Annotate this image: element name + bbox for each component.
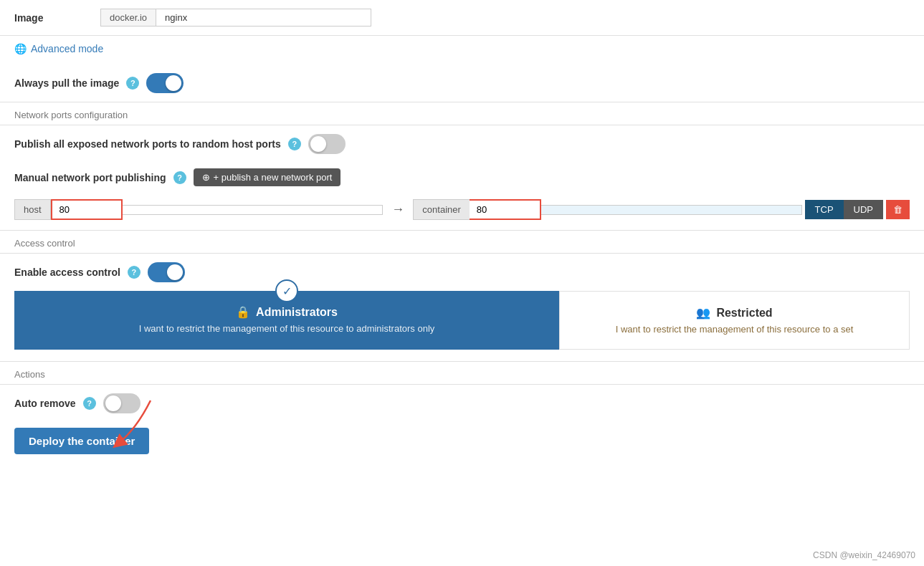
admin-title-text: Administrators: [256, 306, 338, 319]
manual-port-row: Manual network port publishing ? ⊕ + pub…: [0, 163, 924, 192]
auto-remove-help[interactable]: ?: [83, 397, 96, 410]
always-pull-row: Always pull the image ?: [0, 64, 924, 102]
restricted-users-icon: 👥: [696, 306, 710, 320]
admin-card-title: 🔒 Administrators: [236, 305, 338, 319]
delete-port-btn[interactable]: 🗑: [886, 200, 910, 219]
container-label: container: [413, 199, 469, 220]
always-pull-track: [146, 73, 184, 93]
image-name-input[interactable]: [156, 9, 371, 27]
deploy-container-btn[interactable]: Deploy the container: [14, 428, 149, 454]
admin-card-desc: I want to restrict the management of thi…: [139, 323, 435, 334]
restricted-card[interactable]: 👥 Restricted I want to restrict the mana…: [559, 291, 910, 350]
always-pull-help[interactable]: ?: [126, 77, 139, 90]
port-input-row: host → container TCP UDP 🗑: [0, 192, 924, 227]
admin-shield-icon: 🔒: [236, 305, 250, 319]
udp-btn[interactable]: UDP: [844, 200, 883, 219]
network-ports-header: Network ports configuration: [0, 102, 924, 125]
enable-access-label: Enable access control: [14, 267, 120, 278]
admin-check-circle: ✓: [275, 279, 298, 302]
network-ports-section: Network ports configuration Publish all …: [0, 102, 924, 227]
always-pull-toggle[interactable]: [146, 73, 184, 93]
manual-port-help[interactable]: ?: [173, 171, 186, 184]
publish-btn-label: + publish a new network port: [214, 172, 333, 183]
publish-all-toggle[interactable]: [308, 134, 346, 154]
advanced-mode-label: Advanced mode: [31, 43, 103, 54]
publish-new-port-btn[interactable]: ⊕ + publish a new network port: [194, 168, 341, 186]
publish-all-row: Publish all exposed network ports to ran…: [0, 125, 924, 163]
access-control-section: Access control Enable access control ? ✓…: [0, 230, 924, 361]
enable-access-thumb: [167, 264, 183, 280]
actions-section: Actions Auto remove ? Deploy the c: [0, 361, 924, 466]
plus-icon: ⊕: [202, 172, 210, 183]
advanced-mode-row: 🌐 Advanced mode: [0, 36, 924, 64]
auto-remove-label: Auto remove: [14, 398, 76, 409]
auto-remove-track: [103, 393, 140, 413]
always-pull-thumb: [166, 75, 181, 91]
restricted-card-title: 👥 Restricted: [696, 306, 772, 320]
publish-all-label: Publish all exposed network ports to ran…: [14, 138, 281, 150]
auto-remove-row: Auto remove ?: [0, 385, 924, 422]
enable-access-control-row: Enable access control ?: [0, 254, 924, 291]
advanced-mode-link[interactable]: 🌐 Advanced mode: [14, 43, 910, 54]
actions-header: Actions: [0, 362, 924, 385]
restricted-title-text: Restricted: [716, 307, 772, 320]
auto-remove-toggle[interactable]: [103, 393, 140, 413]
publish-all-track: [308, 134, 346, 154]
arrow-separator: →: [383, 202, 413, 217]
host-label: host: [14, 199, 51, 220]
always-pull-label: Always pull the image: [14, 77, 119, 89]
host-port-spacer: [123, 205, 384, 215]
watermark: CSDN @weixin_42469070: [813, 550, 915, 560]
globe-icon: 🌐: [14, 43, 27, 54]
deploy-container: Deploy the container: [0, 422, 924, 466]
manual-port-label: Manual network port publishing: [14, 172, 166, 183]
image-row: Image docker.io: [0, 0, 924, 36]
image-label: Image: [14, 12, 100, 24]
host-port-input[interactable]: [51, 199, 123, 220]
enable-access-track: [148, 262, 185, 282]
admin-card[interactable]: ✓ 🔒 Administrators I want to restrict th…: [14, 291, 559, 350]
tcp-btn[interactable]: TCP: [805, 200, 844, 219]
publish-all-help[interactable]: ?: [288, 138, 301, 150]
container-port-spacer: [541, 205, 802, 215]
page-wrapper: Image docker.io 🌐 Advanced mode Always p…: [0, 0, 924, 466]
registry-badge: docker.io: [100, 9, 156, 27]
container-port-input[interactable]: [470, 199, 541, 220]
auto-remove-thumb: [105, 395, 121, 411]
access-cards-row: ✓ 🔒 Administrators I want to restrict th…: [0, 291, 924, 361]
publish-all-thumb: [310, 136, 326, 152]
enable-access-help[interactable]: ?: [128, 266, 140, 279]
access-control-header: Access control: [0, 231, 924, 254]
enable-access-toggle[interactable]: [148, 262, 185, 282]
restricted-card-desc: I want to restrict the management of thi…: [616, 324, 854, 335]
